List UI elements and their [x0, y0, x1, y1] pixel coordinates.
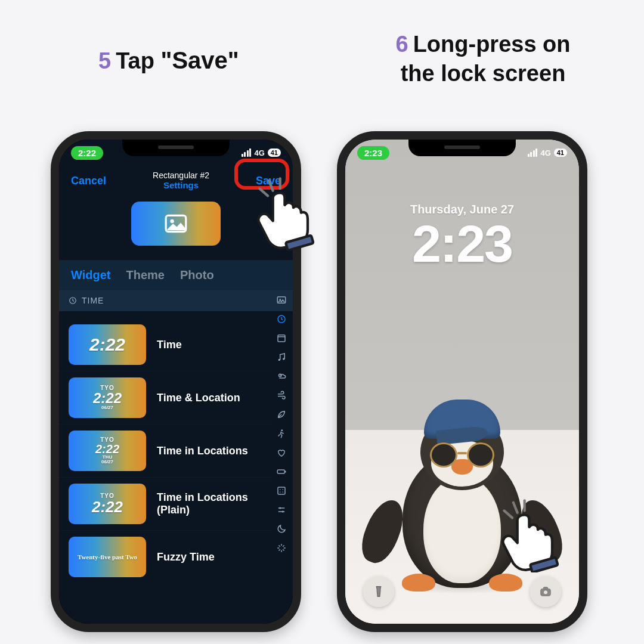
battery-icon[interactable] [276, 466, 287, 477]
cancel-button[interactable]: Cancel [71, 175, 106, 187]
svg-point-16 [280, 492, 281, 493]
navbar-title-group: Rectangular #2 Settings [153, 171, 209, 190]
svg-rect-12 [285, 471, 286, 473]
step5-number: 5 [98, 48, 111, 73]
save-button[interactable]: Save [256, 175, 281, 187]
editor-tabs: Widget Theme Photo [59, 260, 293, 290]
step6-line2: the lock screen [401, 61, 566, 86]
walk-icon[interactable] [276, 428, 287, 439]
phone-step6: 2:23 4G 41 Thursday, June 27 2:23 [337, 131, 587, 632]
widget-label: Fuzzy Time [157, 551, 215, 564]
widget-chip-time-locations-plain: TYO 2:22 [69, 484, 146, 524]
step5-bold: "Save" [160, 47, 239, 73]
flashlight-button[interactable] [363, 576, 394, 607]
step6-line1: Long-press on [413, 32, 571, 57]
list-item[interactable]: 2:22 Time [59, 318, 273, 371]
widget-chip-time-locations: TYO 2:22 THU 06/27 [69, 431, 146, 471]
tab-theme[interactable]: Theme [126, 268, 164, 282]
network-label: 4G [254, 148, 264, 157]
signal-icon [528, 148, 538, 157]
wallpaper-subject-penguin [382, 397, 543, 588]
side-button-power [301, 271, 301, 330]
svg-point-10 [281, 429, 283, 431]
svg-rect-22 [543, 587, 547, 590]
svg-rect-13 [278, 487, 285, 494]
calendar-icon[interactable] [276, 333, 287, 343]
phone-step5: 2:22 4G 41 Cancel Rectangular #2 Setting… [51, 131, 301, 632]
category-index-rail[interactable] [274, 295, 289, 612]
navbar: Cancel Rectangular #2 Settings Save [59, 165, 293, 197]
signal-icon [242, 148, 252, 157]
side-button-vol-up [337, 268, 338, 309]
wallpaper-wall [345, 140, 579, 439]
svg-point-15 [283, 489, 284, 490]
widget-label: Time & Location [157, 392, 240, 404]
step5-pre: Tap [116, 48, 160, 73]
tab-photo[interactable]: Photo [180, 268, 214, 282]
widget-label: Time in Locations [157, 445, 248, 457]
battery-pill: 41 [268, 148, 281, 157]
photo-icon[interactable] [276, 295, 287, 305]
widget-chip-fuzzy: Twenty-five past Two [69, 537, 146, 577]
navbar-title: Rectangular #2 [153, 171, 209, 180]
widget-chip-time-location: TYO 2:22 06/27 [69, 377, 146, 418]
navbar-subtitle[interactable]: Settings [153, 180, 209, 190]
lockscreen-time: 2:23 [345, 213, 579, 274]
svg-point-14 [280, 489, 281, 490]
side-button-silence [51, 235, 51, 259]
moon-icon[interactable] [276, 524, 287, 534]
widget-label: Time [157, 339, 182, 351]
side-button-silence [337, 235, 338, 259]
widget-label: Time in Locations (Plain) [157, 491, 273, 516]
caption-step5: 5Tap "Save" [98, 45, 239, 76]
side-button-vol-up [51, 268, 51, 309]
leaf-icon[interactable] [276, 409, 287, 420]
status-time-pill[interactable]: 2:22 [71, 146, 103, 160]
step6-number: 6 [395, 32, 408, 57]
clock-icon[interactable] [276, 314, 287, 324]
battery-pill: 41 [554, 148, 567, 157]
heart-icon[interactable] [276, 447, 287, 458]
svg-point-7 [278, 359, 280, 361]
side-button-vol-down [337, 318, 338, 360]
clock-icon [69, 296, 77, 305]
music-icon[interactable] [276, 352, 287, 363]
wind-icon[interactable] [276, 390, 287, 401]
svg-rect-6 [278, 335, 285, 342]
sparkle-icon[interactable] [276, 543, 287, 553]
svg-point-1 [170, 219, 174, 223]
svg-point-19 [282, 511, 284, 513]
side-button-power [587, 271, 587, 330]
tab-widget[interactable]: Widget [71, 268, 110, 282]
notch [122, 140, 230, 156]
section-header-time: TIME [59, 290, 293, 311]
side-button-vol-down [51, 318, 51, 360]
list-item[interactable]: Twenty-five past Two Fuzzy Time [59, 531, 273, 583]
camera-button[interactable] [530, 576, 561, 607]
weather-icon[interactable] [276, 371, 287, 382]
svg-rect-11 [277, 470, 284, 473]
widget-chip-time: 2:22 [69, 324, 146, 365]
list-item[interactable]: TYO 2:22 THU 06/27 Time in Locations [59, 425, 273, 478]
widget-preview[interactable] [59, 202, 293, 246]
grid-icon[interactable] [276, 485, 287, 496]
sliders-icon[interactable] [276, 504, 287, 515]
section-header-label: TIME [82, 296, 104, 305]
svg-point-17 [283, 492, 284, 493]
svg-point-18 [279, 507, 281, 509]
network-label: 4G [540, 148, 550, 157]
notch [408, 140, 516, 156]
lock-screen[interactable]: 2:23 4G 41 Thursday, June 27 2:23 [345, 140, 579, 624]
svg-point-21 [543, 590, 547, 595]
svg-point-8 [283, 358, 284, 360]
widget-list[interactable]: 2:22 Time TYO 2:22 06/27 Time & Location… [59, 318, 273, 624]
caption-step6: 6Long-press on the lock screen [346, 30, 620, 89]
status-time-pill[interactable]: 2:23 [357, 146, 389, 160]
list-item[interactable]: TYO 2:22 06/27 Time & Location [59, 371, 273, 425]
image-icon [164, 214, 188, 233]
widget-preview-chip [131, 202, 221, 246]
widget-settings-screen: 2:22 4G 41 Cancel Rectangular #2 Setting… [59, 140, 293, 624]
list-item[interactable]: TYO 2:22 Time in Locations (Plain) [59, 478, 273, 531]
